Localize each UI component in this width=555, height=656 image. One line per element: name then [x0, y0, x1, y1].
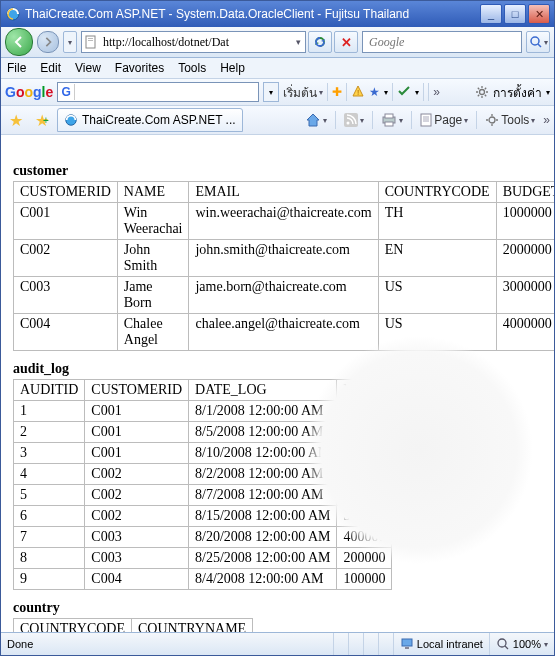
svg-line-13 [485, 95, 486, 96]
country-heading: country [13, 600, 542, 616]
statusbar: Done Local intranet 100% ▾ [1, 632, 554, 655]
google-plus-icon[interactable]: ✚ [332, 85, 342, 99]
gear-icon[interactable] [475, 85, 489, 99]
menu-edit[interactable]: Edit [40, 61, 61, 75]
tools-menu[interactable]: Tools▾ [483, 113, 537, 127]
menu-file[interactable]: File [7, 61, 26, 75]
svg-line-14 [478, 95, 479, 96]
history-dropdown[interactable]: ▾ [63, 31, 77, 53]
table-row: 7C0038/20/2008 12:00:00 AM400000 [14, 527, 392, 548]
google-bookmark-icon[interactable]: ★ [369, 85, 380, 99]
table-row: C003Jame Bornjame.born@thaicreate.comUS3… [14, 277, 555, 314]
svg-point-7 [480, 90, 485, 95]
feeds-button[interactable]: ▾ [342, 113, 366, 127]
zoom-control[interactable]: 100% ▾ [490, 637, 554, 651]
table-row: C002John Smithjohn.smith@thaicreate.comE… [14, 240, 555, 277]
url-dropdown-icon[interactable]: ▾ [294, 37, 303, 47]
svg-point-26 [489, 117, 495, 123]
google-toolbar: Google G ▾ เริ่มต้น▾ ✚ ! ★▾ ▾ » การตั้งค… [1, 79, 554, 106]
search-input[interactable] [367, 34, 519, 51]
table-row: 9C0048/4/2008 12:00:00 AM100000 [14, 569, 392, 590]
search-box[interactable] [362, 31, 522, 53]
table-row: C001Win Weerachaiwin.weerachai@thaicreat… [14, 203, 555, 240]
table-header-row: COUNTRYCODE COUNTRYNAME [14, 619, 253, 633]
tools-menu-label: Tools [501, 113, 529, 127]
svg-text:!: ! [357, 88, 359, 97]
svg-rect-31 [402, 639, 412, 646]
zoom-icon [496, 637, 510, 651]
back-button[interactable] [5, 28, 33, 56]
svg-rect-32 [405, 647, 409, 649]
table-row: 2C0018/5/2008 12:00:00 AM200000 [14, 422, 392, 443]
address-bar[interactable]: ▾ [81, 31, 306, 53]
svg-rect-22 [421, 114, 431, 126]
google-search-dropdown[interactable]: ▾ [263, 82, 279, 102]
menu-tools[interactable]: Tools [178, 61, 206, 75]
table-row: 6C0028/15/2008 12:00:00 AM300000 [14, 506, 392, 527]
svg-rect-3 [88, 40, 93, 41]
svg-point-18 [347, 122, 350, 125]
svg-point-33 [498, 639, 506, 647]
svg-line-12 [478, 88, 479, 89]
stop-button[interactable]: ✕ [334, 31, 358, 53]
url-input[interactable] [101, 34, 294, 51]
table-row: C004Chalee Angelchalee.angel@thaicreate.… [14, 314, 555, 351]
favorites-star-button[interactable]: ★ [5, 109, 27, 131]
page-menu-label: Page [434, 113, 462, 127]
svg-point-4 [531, 37, 539, 45]
titlebar: ThaiCreate.Com ASP.NET - System.Data.Ora… [1, 1, 554, 27]
google-search-input[interactable] [75, 84, 258, 100]
browser-tab[interactable]: ThaiCreate.Com ASP.NET ... [57, 108, 243, 132]
table-row: 3C0018/10/2008 12:00:00 AM300000 [14, 443, 392, 464]
browser-window: ThaiCreate.Com ASP.NET - System.Data.Ora… [0, 0, 555, 656]
table-row: 5C0028/7/2008 12:00:00 AM100000 [14, 485, 392, 506]
ie-icon [5, 6, 21, 22]
security-zone: Local intranet [394, 633, 490, 655]
menu-favorites[interactable]: Favorites [115, 61, 164, 75]
google-settings-label[interactable]: การตั้งค่า [493, 83, 542, 102]
tab-ie-icon [64, 113, 78, 127]
nav-toolbar: ▾ ▾ ✕ ▾ [1, 27, 554, 58]
menu-view[interactable]: View [75, 61, 101, 75]
svg-line-34 [505, 646, 508, 649]
maximize-button[interactable]: □ [504, 4, 526, 24]
close-button[interactable]: ✕ [528, 4, 550, 24]
page-menu[interactable]: Page▾ [418, 113, 470, 127]
window-title: ThaiCreate.Com ASP.NET - System.Data.Ora… [25, 7, 480, 21]
status-text: Done [1, 633, 334, 655]
country-table: COUNTRYCODE COUNTRYNAME THThailand ENEng… [13, 618, 253, 632]
google-start-label: เริ่มต้น [283, 83, 317, 102]
minimize-button[interactable]: _ [480, 4, 502, 24]
table-header-row: AUDITID CUSTOMERID DATE_LOG USED [14, 380, 392, 401]
auditlog-table: AUDITID CUSTOMERID DATE_LOG USED 1C0018/… [13, 379, 392, 590]
refresh-button[interactable] [308, 31, 332, 53]
svg-rect-21 [385, 122, 393, 126]
google-check-icon[interactable] [397, 84, 411, 101]
zoom-value: 100% [513, 638, 541, 650]
svg-line-5 [538, 44, 541, 47]
menu-help[interactable]: Help [220, 61, 245, 75]
customer-table: CUSTOMERID NAME EMAIL COUNTRYCODE BUDGET… [13, 181, 554, 351]
google-search-box[interactable]: G [57, 82, 259, 102]
svg-rect-1 [86, 36, 95, 48]
page-content: customer CUSTOMERID NAME EMAIL COUNTRYCO… [1, 135, 554, 632]
home-button[interactable]: ▾ [303, 112, 329, 128]
table-header-row: CUSTOMERID NAME EMAIL COUNTRYCODE BUDGET… [14, 182, 555, 203]
toolbar-chevron[interactable]: » [543, 113, 550, 127]
google-more-chevron[interactable]: » [433, 85, 440, 99]
table-row: 4C0028/2/2008 12:00:00 AM400000 [14, 464, 392, 485]
table-row: 8C0038/25/2008 12:00:00 AM200000 [14, 548, 392, 569]
customer-heading: customer [13, 163, 542, 179]
search-button[interactable]: ▾ [526, 31, 550, 53]
favorites-bar: ★ ★+ ThaiCreate.Com ASP.NET ... ▾ ▾ ▾ Pa… [1, 106, 554, 135]
computer-icon [400, 637, 414, 651]
tab-title: ThaiCreate.Com ASP.NET ... [82, 113, 236, 127]
svg-rect-2 [88, 38, 93, 39]
print-button[interactable]: ▾ [379, 113, 405, 127]
table-row: 1C0018/1/2008 12:00:00 AM100000 [14, 401, 392, 422]
add-favorite-button[interactable]: ★+ [31, 109, 53, 131]
google-alert-icon[interactable]: ! [351, 84, 365, 101]
google-start-button[interactable]: เริ่มต้น▾ [283, 83, 323, 102]
menubar: File Edit View Favorites Tools Help [1, 58, 554, 79]
forward-button[interactable] [37, 31, 59, 53]
